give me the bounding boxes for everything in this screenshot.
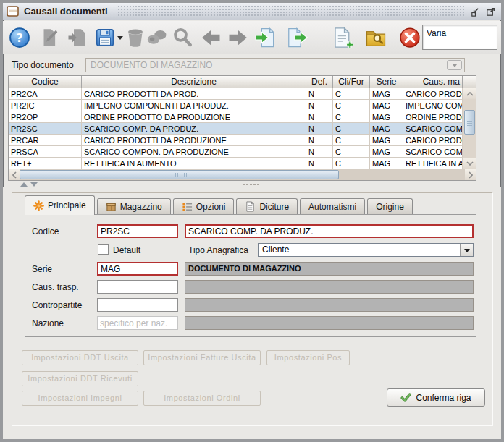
cell-serie[interactable]: MAG <box>370 158 403 169</box>
cell-clifor[interactable]: C <box>333 111 370 123</box>
cell-codice[interactable]: PR2CA <box>9 88 82 100</box>
impostazioni-fatture-uscita-button[interactable]: Impostazioni Fatture Uscita <box>143 350 261 365</box>
previous-icon[interactable] <box>200 27 222 48</box>
contropartite-input[interactable] <box>97 298 178 312</box>
cell-caus-mag[interactable]: CARICO PRODOT <box>403 135 463 146</box>
cell-caus-mag[interactable]: SCARICO COMP. D <box>403 123 463 135</box>
default-checkbox[interactable] <box>98 244 109 255</box>
cell-caus-mag[interactable]: ORDINE PRODOT <box>403 111 463 123</box>
document-export-icon[interactable] <box>286 27 308 48</box>
toolbar-text-field[interactable]: Varia <box>422 25 497 50</box>
cell-serie[interactable]: MAG <box>370 123 403 135</box>
cell-clifor[interactable]: C <box>333 123 370 135</box>
cell-def[interactable]: N <box>306 88 333 100</box>
archive-search-icon[interactable] <box>365 27 387 48</box>
cell-codice[interactable]: PR2SC <box>9 123 82 135</box>
cell-def[interactable]: N <box>306 123 333 135</box>
save-menu-arrow-icon[interactable] <box>116 27 125 48</box>
tab-automatismi[interactable]: Automatismi <box>300 198 365 214</box>
cell-descrizione[interactable]: SCARICO COMP. DA PRODUZ. <box>82 123 306 135</box>
cell-codice[interactable]: PRCAR <box>9 135 82 146</box>
table-row[interactable]: PR2IC IMPEGNO COMPONENTI DA PRODUZ. N C … <box>9 100 463 111</box>
cell-descrizione[interactable]: SCARICO COMPON. DA PRODUZIONE <box>82 146 306 158</box>
cell-caus-mag[interactable]: SCARICO COMP. D <box>403 146 463 158</box>
cell-codice[interactable]: PR2IC <box>9 100 82 111</box>
save-icon[interactable] <box>94 27 116 48</box>
conferma-riga-button[interactable]: Conferma riga <box>387 388 485 407</box>
cell-caus-mag[interactable]: IMPEGNO COMPO <box>403 100 463 111</box>
cell-caus-mag[interactable]: RETTIFICA IN AUM <box>403 158 463 169</box>
table-row[interactable]: RET+ RETTIFICA IN AUMENTO N C MAG RETTIF… <box>9 158 463 169</box>
cell-serie[interactable]: MAG <box>370 146 403 158</box>
impostazioni-impegni-button[interactable]: Impostazioni Impegni <box>22 391 138 406</box>
next-icon[interactable] <box>227 27 249 48</box>
serie-input[interactable] <box>97 262 178 276</box>
cell-serie[interactable]: MAG <box>370 100 403 111</box>
table-row[interactable]: PRCAR CARICO PRODOTTI DA PRODUZIONE N C … <box>9 135 463 146</box>
new-document-icon[interactable] <box>332 27 353 48</box>
column-header-serie[interactable]: Serie <box>370 76 403 88</box>
cell-clifor[interactable]: C <box>333 158 370 169</box>
cell-codice[interactable]: PRSCA <box>9 146 82 158</box>
column-header-codice[interactable]: Codice <box>9 76 82 88</box>
cell-codice[interactable]: RET+ <box>9 158 82 169</box>
edit-document-icon[interactable] <box>38 27 60 48</box>
tab-magazzino[interactable]: Magazzino <box>97 198 171 214</box>
table-row[interactable]: PRSCA SCARICO COMPON. DA PRODUZIONE N C … <box>9 146 463 158</box>
cell-descrizione[interactable]: ORDINE PRODOTTO DA PRODUZIONE <box>82 111 306 123</box>
cell-descrizione[interactable]: RETTIFICA IN AUMENTO <box>82 158 306 169</box>
tipo-documento-dropdown-button[interactable] <box>447 60 462 70</box>
cancel-icon[interactable] <box>399 27 421 48</box>
codice-input[interactable] <box>97 224 178 238</box>
cell-codice[interactable]: PR2OP <box>9 111 82 123</box>
column-header-caus-mag[interactable]: Caus. ma <box>403 76 463 88</box>
cell-def[interactable]: N <box>306 100 333 111</box>
caus-trasp-input[interactable] <box>97 280 178 294</box>
delete-icon[interactable] <box>125 27 146 48</box>
codice-description-input[interactable] <box>185 224 474 238</box>
cell-clifor[interactable]: C <box>333 135 370 146</box>
cell-def[interactable]: N <box>306 146 333 158</box>
horizontal-scrollbar-thumb[interactable] <box>20 170 339 179</box>
binoculars-icon[interactable] <box>146 27 168 48</box>
tipo-anagrafica-dropdown-button[interactable] <box>460 244 473 256</box>
copy-document-icon[interactable] <box>67 27 88 48</box>
cell-clifor[interactable]: C <box>333 146 370 158</box>
column-header-def[interactable]: Def. <box>306 76 333 88</box>
scroll-right-button[interactable] <box>465 169 476 180</box>
impostazioni-ordini-button[interactable]: Impostazioni Ordini <box>143 391 261 406</box>
cell-descrizione[interactable]: CARICO PRODOTTI DA PROD. <box>82 88 306 100</box>
scroll-down-button[interactable] <box>463 158 476 169</box>
tipo-anagrafica-select[interactable]: Cliente <box>258 243 474 257</box>
cell-def[interactable]: N <box>306 111 333 123</box>
titlebar[interactable]: Causali documenti <box>3 3 501 20</box>
column-header-clifor[interactable]: Cli/For <box>333 76 370 88</box>
cell-serie[interactable]: MAG <box>370 135 403 146</box>
search-icon[interactable] <box>172 27 193 48</box>
horizontal-scrollbar[interactable] <box>9 169 476 180</box>
cell-serie[interactable]: MAG <box>370 88 403 100</box>
nazione-input[interactable] <box>97 316 178 330</box>
cell-descrizione[interactable]: IMPEGNO COMPONENTI DA PRODUZ. <box>82 100 306 111</box>
tab-principale[interactable]: Principale <box>25 195 95 215</box>
tab-opzioni[interactable]: Opzioni <box>173 198 235 214</box>
tab-origine[interactable]: Origine <box>367 198 413 214</box>
table-row[interactable]: PR2CA CARICO PRODOTTI DA PROD. N C MAG C… <box>9 88 463 100</box>
table-row-selected[interactable]: PR2SC SCARICO COMP. DA PRODUZ. N C MAG S… <box>9 123 463 135</box>
cell-serie[interactable]: MAG <box>370 111 403 123</box>
cell-def[interactable]: N <box>306 158 333 169</box>
scroll-left-button[interactable] <box>9 169 20 180</box>
tab-diciture[interactable]: Diciture <box>236 198 298 214</box>
scroll-up-button[interactable] <box>463 88 476 99</box>
column-header-descrizione[interactable]: Descrizione <box>82 76 306 88</box>
table-row[interactable]: PR2OP ORDINE PRODOTTO DA PRODUZIONE N C … <box>9 111 463 123</box>
vertical-scrollbar[interactable] <box>463 88 476 169</box>
impostazioni-pos-button[interactable]: Impostazioni Pos <box>266 350 350 365</box>
impostazioni-ddt-ricevuti-button[interactable]: Impostazioni DDT Ricevuti <box>22 371 138 386</box>
cell-def[interactable]: N <box>306 135 333 146</box>
help-icon[interactable]: ? <box>9 27 30 48</box>
cell-clifor[interactable]: C <box>333 100 370 111</box>
impostazioni-ddt-uscita-button[interactable]: Impostazioni DDT Uscita <box>22 350 138 365</box>
cell-descrizione[interactable]: CARICO PRODOTTI DA PRODUZIONE <box>82 135 306 146</box>
maximize-button[interactable] <box>484 5 497 18</box>
